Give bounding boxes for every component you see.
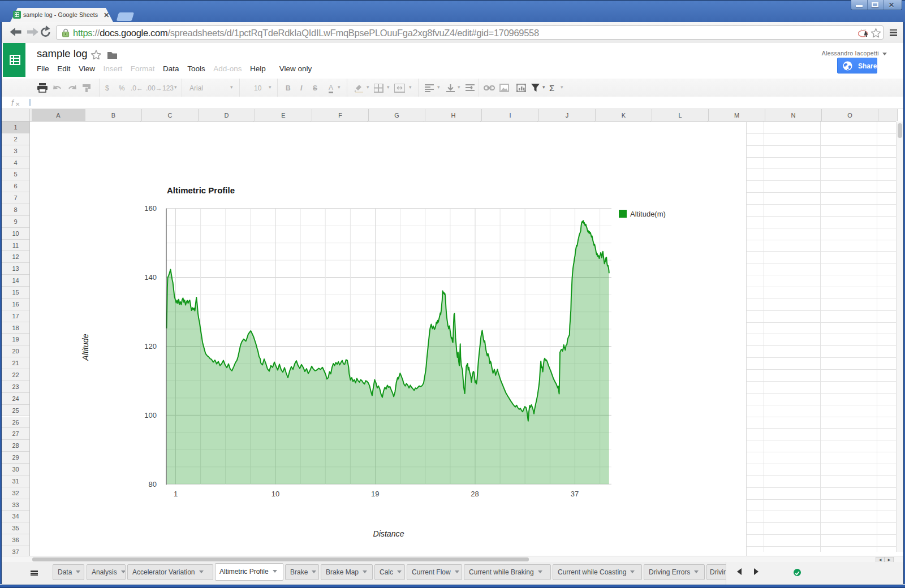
svg-text:1: 1 bbox=[174, 490, 178, 498]
svg-text:28: 28 bbox=[471, 490, 479, 498]
svg-text:37: 37 bbox=[571, 490, 579, 498]
svg-text:19: 19 bbox=[371, 490, 379, 498]
svg-text:140: 140 bbox=[144, 273, 157, 282]
svg-text:120: 120 bbox=[144, 342, 157, 351]
svg-text:Distance: Distance bbox=[373, 529, 404, 538]
svg-text:Altitude(m): Altitude(m) bbox=[630, 210, 666, 218]
svg-text:160: 160 bbox=[144, 204, 157, 213]
svg-text:Altimetric Profile: Altimetric Profile bbox=[167, 185, 235, 195]
svg-text:Altitude: Altitude bbox=[81, 334, 90, 361]
svg-text:100: 100 bbox=[144, 411, 157, 420]
svg-text:10: 10 bbox=[272, 490, 279, 498]
svg-text:80: 80 bbox=[149, 480, 157, 488]
